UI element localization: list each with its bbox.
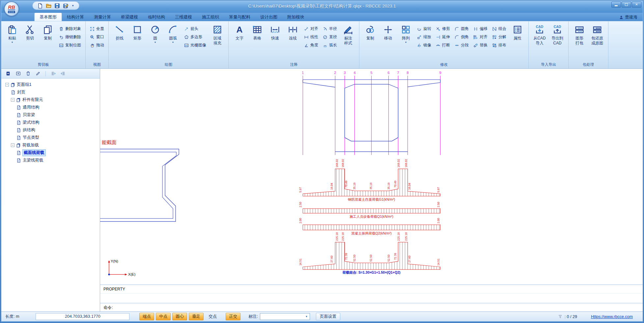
ribbon-button-mirror[interactable]: 镜像 xyxy=(417,42,431,48)
ribbon-button-diamdim[interactable]: 直径 xyxy=(323,34,337,40)
snap-toggle-4[interactable]: 交点 xyxy=(205,313,220,320)
ribbon-button-rectangle[interactable]: 矩形 xyxy=(128,23,146,41)
ribbon-button-offset[interactable]: 偏移 xyxy=(473,26,488,32)
ribbon-button-arc[interactable]: 圆弧▾ xyxy=(164,23,182,44)
rename-page-button[interactable] xyxy=(36,71,41,76)
ribbon-button-dimstyle[interactable]: 标注样式 xyxy=(339,23,357,46)
app-logo[interactable]: RB CCE xyxy=(4,1,19,16)
ribbon-button-props[interactable]: 属性 xyxy=(509,23,526,41)
ribbon-button-align[interactable]: 对齐 xyxy=(473,34,488,40)
qat-new-file-button[interactable] xyxy=(37,3,43,9)
add-page-button[interactable] xyxy=(6,71,11,76)
qat-more-button[interactable]: ▾ xyxy=(71,4,74,7)
maximize-button[interactable] xyxy=(622,2,631,8)
ribbon-button-arcdim[interactable]: 弧长 xyxy=(323,42,337,48)
ribbon-button-angledim[interactable]: 角度 xyxy=(304,42,318,48)
command-line[interactable]: 命令: xyxy=(100,303,643,311)
ribbon-button-circle[interactable]: 圆▾ xyxy=(146,23,164,44)
ribbon-button-aligndim[interactable]: 对齐 xyxy=(304,26,318,32)
snap-toggle-2[interactable]: 圆心 xyxy=(172,313,187,320)
tree-expander-icon[interactable]: − xyxy=(11,98,14,102)
ribbon-tab-8[interactable]: 设计出图 xyxy=(255,13,282,21)
ribbon-button-radiusdim[interactable]: 半径 xyxy=(323,26,337,32)
ribbon-button-contdim[interactable]: 连续 xyxy=(284,23,302,41)
close-button[interactable]: ✕ xyxy=(632,2,641,8)
ribbon-button-bitmap[interactable]: 复制位图 xyxy=(59,42,81,48)
qat-open-folder-button[interactable] xyxy=(46,3,51,9)
ribbon-button-cut[interactable]: 剪切 xyxy=(21,23,39,41)
ribbon-tab-4[interactable]: 临时结构 xyxy=(143,13,170,21)
website-link[interactable]: Https://www.rbcce.com xyxy=(591,314,633,319)
ribbon-tab-1[interactable]: 结构计算 xyxy=(62,13,89,21)
ribbon-button-arrow[interactable]: 箭头 xyxy=(184,26,206,32)
tree-item-10[interactable]: 主梁线荷载 xyxy=(1,157,100,164)
ribbon-tab-7[interactable]: 算量与配料 xyxy=(224,13,255,21)
ribbon-button-move[interactable]: 移动 xyxy=(379,23,397,41)
ribbon-button-chamfer[interactable]: 倒角 xyxy=(455,34,469,40)
tree-expander-icon[interactable]: − xyxy=(11,143,14,147)
add-group-button[interactable] xyxy=(16,71,21,76)
ribbon-button-segment[interactable]: 分段 xyxy=(455,42,469,48)
ribbon-button-fillet[interactable]: 圆角 xyxy=(455,26,469,32)
tree-item-1[interactable]: 封页 xyxy=(1,88,100,96)
dim-style-dropdown[interactable]: ▼ xyxy=(260,313,310,320)
drawing-canvas[interactable]: 123456789能截面5.9716.04168.02168.0270.4935… xyxy=(100,69,643,285)
ribbon-button-paste[interactable]: 粘贴▾ xyxy=(3,23,21,44)
tree-item-6[interactable]: 拱结构 xyxy=(1,126,100,134)
ribbon-button-restore[interactable]: 包还原成原图 xyxy=(588,23,606,46)
ribbon-button-extend[interactable]: 延伸 xyxy=(436,34,450,40)
ribbon-button-fill[interactable]: 区域填充 xyxy=(209,23,226,46)
tree-item-4[interactable]: 贝雷梁 xyxy=(1,111,100,119)
ribbon-button-copy[interactable]: 复制 xyxy=(39,23,57,41)
ribbon-button-pack[interactable]: 图形打包 xyxy=(571,23,588,46)
ribbon-button-polygon[interactable]: 多边形 xyxy=(184,34,206,40)
tree-expander-icon[interactable]: − xyxy=(5,83,9,87)
tree-item-7[interactable]: 节点类型 xyxy=(1,134,100,141)
ribbon-button-pan[interactable]: 拖动 xyxy=(90,42,104,48)
ribbon-button-raster[interactable]: 光栅图像 xyxy=(184,42,206,48)
ribbon-tab-6[interactable]: 施工组织 xyxy=(197,13,224,21)
tree-item-9[interactable]: 截面线荷载 xyxy=(1,149,100,157)
ribbon-button-copy2[interactable]: 复制 xyxy=(361,23,379,41)
ribbon-button-trash[interactable]: 删除对象 xyxy=(59,26,81,32)
ribbon-button-quickdim[interactable]: 快速 xyxy=(266,23,284,41)
delete-page-button[interactable] xyxy=(26,71,31,76)
tree-item-5[interactable]: 梁式结构 xyxy=(1,119,100,126)
tree-item-3[interactable]: 通用结构 xyxy=(1,104,100,111)
ribbon-tab-0[interactable]: 基本图形 xyxy=(34,12,62,21)
ribbon-button-cadout[interactable]: CAD导出到CAD xyxy=(548,23,566,46)
snap-toggle-5[interactable]: 正交 xyxy=(226,313,240,320)
ribbon-button-undo[interactable]: 撤销删除 xyxy=(59,34,81,40)
snap-toggle-1[interactable]: 中点 xyxy=(156,313,171,320)
ribbon-button-fit[interactable]: 全显 xyxy=(90,26,104,32)
ribbon-button-polyline[interactable]: 折线 xyxy=(111,23,128,41)
page-setup-button[interactable]: 页面设置 xyxy=(316,313,340,320)
expand-tree-button[interactable] xyxy=(51,71,56,76)
snap-toggle-0[interactable]: 端点 xyxy=(139,313,154,320)
ribbon-button-cadin[interactable]: CAD从CAD导入 xyxy=(531,23,548,46)
ribbon-button-replace[interactable]: 替换 xyxy=(473,42,488,48)
ribbon-button-scale[interactable]: 缩放 xyxy=(417,34,431,40)
ribbon-button-table[interactable]: 表格 xyxy=(248,23,266,41)
collapse-tree-button[interactable] xyxy=(61,71,66,76)
ribbon-button-explode[interactable]: 分解 xyxy=(492,34,506,40)
ribbon-button-rotate[interactable]: 旋转 xyxy=(417,26,431,32)
ribbon-button-trim[interactable]: 修剪 xyxy=(436,26,450,32)
ribbon-tab-3[interactable]: 桥梁建模 xyxy=(116,13,143,21)
ribbon-button-break[interactable]: 打断 xyxy=(436,42,450,48)
ribbon-button-text[interactable]: A文字 xyxy=(231,23,248,41)
ribbon-button-group[interactable]: 组合 xyxy=(492,26,506,32)
ribbon-button-lineardim[interactable]: 线性 xyxy=(304,34,318,40)
qat-save-button[interactable] xyxy=(54,3,60,9)
minimize-button[interactable] xyxy=(611,2,621,8)
user-account[interactable]: 曹建海 xyxy=(619,14,638,21)
ribbon-button-arrange[interactable]: 排布 xyxy=(492,42,506,48)
ribbon-tab-5[interactable]: 三维建模 xyxy=(170,13,197,21)
tree-item-8[interactable]: −荷载加载 xyxy=(1,141,100,149)
ribbon-tab-9[interactable]: 附加模块 xyxy=(282,13,309,21)
snap-toggle-3[interactable]: 垂足 xyxy=(189,313,204,320)
ribbon-button-windowzoom[interactable]: 窗口 xyxy=(90,34,104,40)
tree-item-0[interactable]: −页面组1 xyxy=(1,81,100,88)
ribbon-button-array[interactable]: 阵列▾ xyxy=(397,23,415,44)
tree-item-2[interactable]: −杆件有限元 xyxy=(1,96,100,104)
